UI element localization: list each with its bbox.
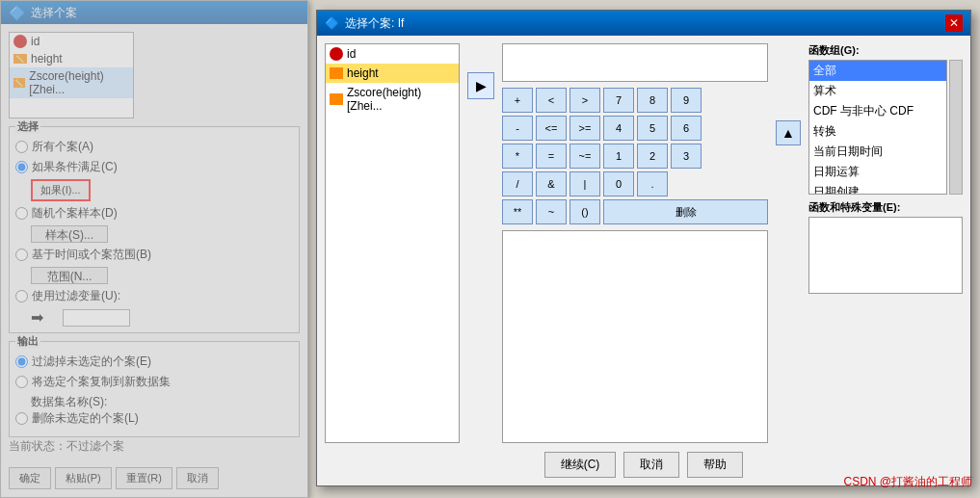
func-group-list[interactable]: 全部 算术 CDF 与非中心 CDF 转换 当前日期时间 日期运算 日期创建 [808,60,947,195]
main-dialog-title: 选择个案: If [345,15,404,32]
calc-gt[interactable]: > [569,88,600,113]
calc-div[interactable]: / [502,171,533,197]
calculator: + < > 7 8 9 - <= >= 4 5 6 [502,88,768,224]
close-button[interactable]: ✕ [945,14,963,32]
main-height-icon [330,67,343,79]
func-group-scrollbar[interactable] [949,60,963,195]
transfer-arrow-button[interactable]: ▶ [467,72,494,99]
main-zscore-icon [330,93,343,105]
calc-row-1: + < > 7 8 9 [502,88,768,113]
func-group-container: 全部 算术 CDF 与非中心 CDF 转换 当前日期时间 日期运算 日期创建 [808,60,963,195]
calc-lt[interactable]: < [536,88,567,113]
main-var-height-label: height [347,66,379,80]
calc-3[interactable]: 3 [671,144,702,169]
calc-minus[interactable]: - [502,116,533,141]
func-group-section: 函数组(G): 全部 算术 CDF 与非中心 CDF 转换 当前日期时间 日期运… [808,43,963,195]
calc-4[interactable]: 4 [603,116,634,141]
watermark: CSDN @打酱油的工程师 [843,474,972,490]
calc-9[interactable]: 9 [671,88,702,113]
main-var-zscore-label: Zscore(height) [Zhei... [347,86,455,113]
calc-spacer [671,171,768,197]
main-var-id-label: id [347,47,356,61]
calc-row-5: ** ~ () 删除 [502,199,768,224]
calc-plus[interactable]: + [502,88,533,113]
bg-overlay [0,0,308,498]
calc-and[interactable]: & [536,171,567,197]
main-var-zscore[interactable]: Zscore(height) [Zhei... [326,83,459,116]
calc-parens[interactable]: () [569,199,600,224]
calc-1[interactable]: 1 [603,144,634,169]
result-area[interactable] [502,230,768,443]
formula-input-box[interactable] [502,43,768,82]
func-group-date-create[interactable]: 日期创建 [809,182,946,195]
main-cancel-button[interactable]: 取消 [623,452,679,478]
main-var-height[interactable]: height [326,64,459,83]
main-id-icon [330,47,343,61]
calc-gte[interactable]: >= [569,116,600,141]
up-button[interactable]: ▲ [776,120,801,145]
main-dialog: 🔷 选择个案: If ✕ id height Zscore(height) [Z… [316,10,971,486]
func-group-datetime[interactable]: 当前日期时间 [809,142,946,162]
calc-row-2: - <= >= 4 5 6 [502,116,768,141]
right-arrow-container: ▲ [776,43,801,443]
calc-mul[interactable]: * [502,144,533,169]
func-var-list[interactable] [808,217,963,294]
calc-8[interactable]: 8 [637,88,668,113]
calc-lte[interactable]: <= [536,116,567,141]
formula-area: + < > 7 8 9 - <= >= 4 5 6 [502,43,768,443]
calc-row-3: * = ~= 1 2 3 [502,144,768,169]
func-group-arithmetic[interactable]: 算术 [809,81,946,101]
main-dialog-content: id height Zscore(height) [Zhei... ▶ + [317,36,970,451]
right-panel: 函数组(G): 全部 算术 CDF 与非中心 CDF 转换 当前日期时间 日期运… [808,43,963,443]
calc-5[interactable]: 5 [637,116,668,141]
calc-neq[interactable]: ~= [569,144,600,169]
main-var-id[interactable]: id [326,44,459,64]
calc-dot[interactable]: . [637,171,668,197]
continue-button[interactable]: 继续(C) [544,452,617,478]
func-var-label: 函数和特殊变量(E): [808,200,963,215]
calc-or[interactable]: | [569,171,600,197]
func-group-cdf[interactable]: CDF 与非中心 CDF [809,101,946,121]
calc-not[interactable]: ~ [536,199,567,224]
calc-row-4: / & | 0 . [502,171,768,197]
help-button[interactable]: 帮助 [687,452,743,478]
main-title-left: 🔷 选择个案: If [325,15,404,32]
calc-7[interactable]: 7 [603,88,634,113]
calc-0[interactable]: 0 [603,171,634,197]
main-dialog-titlebar: 🔷 选择个案: If ✕ [317,11,970,36]
func-group-date-ops[interactable]: 日期运算 [809,162,946,182]
calc-eq[interactable]: = [536,144,567,169]
main-var-list[interactable]: id height Zscore(height) [Zhei... [325,43,460,443]
func-group-convert[interactable]: 转换 [809,121,946,142]
func-var-section: 函数和特殊变量(E): [808,200,963,294]
func-group-label: 函数组(G): [808,43,963,58]
calc-2[interactable]: 2 [637,144,668,169]
calc-delete[interactable]: 删除 [603,199,768,224]
calc-6[interactable]: 6 [671,116,702,141]
main-dialog-icon: 🔷 [325,16,339,30]
calc-pow[interactable]: ** [502,199,533,224]
func-group-all[interactable]: 全部 [809,61,946,81]
